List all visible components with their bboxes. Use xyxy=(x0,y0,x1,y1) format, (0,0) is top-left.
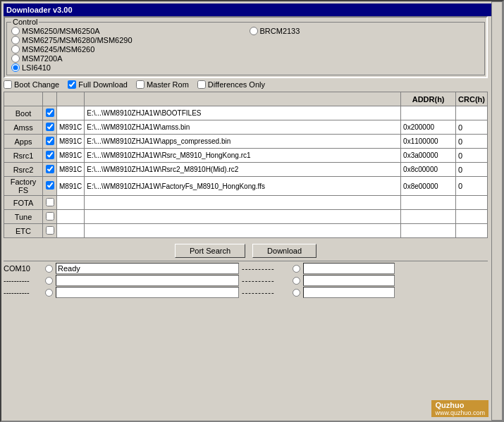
row-addr-1[interactable]: 0x200000 xyxy=(401,120,456,135)
row-crc-2[interactable]: 0 xyxy=(456,135,488,149)
table-row: Tune xyxy=(4,210,488,224)
status-radio2-0[interactable] xyxy=(293,265,300,273)
row-crc-5[interactable]: 0 xyxy=(456,177,488,196)
row-small-0 xyxy=(57,106,85,120)
row-crc-1[interactable]: 0 xyxy=(456,120,488,135)
row-addr-7[interactable] xyxy=(401,210,456,224)
row-label-7: Tune xyxy=(4,210,43,224)
table-row: FOTA xyxy=(4,196,488,210)
master-rom-checkbox[interactable]: Master Rom xyxy=(136,80,189,89)
watermark-line1: Quzhuo xyxy=(435,401,485,409)
watermark: Quzhuo www.quzhuo.com xyxy=(431,400,488,417)
row-path-1[interactable]: E:\...\WM8910ZHJA1W\amss.bin xyxy=(85,120,401,135)
row-path-8[interactable] xyxy=(85,224,401,238)
col-path xyxy=(85,92,401,106)
row-addr-6[interactable] xyxy=(401,196,456,210)
row-path-5[interactable]: E:\...\WM8910ZHJA1W\FactoryFs_M8910_Hong… xyxy=(85,177,401,196)
row-small-5: M891C xyxy=(57,177,85,196)
row-check-2[interactable] xyxy=(43,135,57,149)
row-crc-3[interactable]: 0 xyxy=(456,149,488,163)
buttons-row: Port Search Download xyxy=(4,241,488,261)
status-text-0[interactable] xyxy=(56,263,239,274)
status-row-0: COM10 ---------- xyxy=(4,263,488,274)
checkboxes-row: Boot Change Full Download Master Rom Dif… xyxy=(4,80,488,89)
col-check xyxy=(43,92,57,106)
table-row: Apps M891C E:\...\WM8910ZHJA1W\apps_comp… xyxy=(4,135,488,149)
row-crc-7[interactable] xyxy=(456,210,488,224)
status-text2-0[interactable] xyxy=(303,263,395,274)
status-radio2-1[interactable] xyxy=(293,277,300,285)
table-row: Rsrc1 M891C E:\...\WM8910ZHJA1W\Rsrc_M89… xyxy=(4,149,488,163)
row-addr-4[interactable]: 0x8c00000 xyxy=(401,163,456,177)
row-path-3[interactable]: E:\...\WM8910ZHJA1W\Rsrc_M8910_HongKong.… xyxy=(85,149,401,163)
row-path-4[interactable]: E:\...\WM8910ZHJA1W\Rsrc2_M8910H(Mid).rc… xyxy=(85,163,401,177)
status-radio-2[interactable] xyxy=(45,289,53,297)
status-label-2: ---------- xyxy=(4,288,42,297)
download-button[interactable]: Download xyxy=(252,244,316,258)
col-crc: CRC(h) xyxy=(456,92,488,106)
col-label xyxy=(4,92,43,106)
table-row: Rsrc2 M891C E:\...\WM8910ZHJA1W\Rsrc2_M8… xyxy=(4,163,488,177)
row-addr-5[interactable]: 0x8e00000 xyxy=(401,177,456,196)
radio-msm6275[interactable]: MSM6275/MSM6280/MSM6290 xyxy=(11,36,242,44)
row-path-2[interactable]: E:\...\WM8910ZHJA1W\apps_compressed.bin xyxy=(85,135,401,149)
row-crc-8[interactable] xyxy=(456,224,488,238)
status-label-1: ---------- xyxy=(4,276,42,285)
row-path-0[interactable]: E:\...\WM8910ZHJA1W\BOOTFILES xyxy=(85,106,401,120)
row-path-6[interactable] xyxy=(85,196,401,210)
row-path-7[interactable] xyxy=(85,210,401,224)
row-check-3[interactable] xyxy=(43,149,57,163)
radio-msm7200a[interactable]: MSM7200A xyxy=(11,54,242,63)
row-small-4: M891C xyxy=(57,163,85,177)
scrollbar[interactable] xyxy=(491,1,503,421)
row-small-2: M891C xyxy=(57,135,85,149)
status-text2-1[interactable] xyxy=(303,275,395,286)
row-label-1: Amss xyxy=(4,120,43,135)
row-label-0: Boot xyxy=(4,106,43,120)
row-small-8 xyxy=(57,224,85,238)
status-text-1[interactable] xyxy=(56,275,239,286)
row-small-7 xyxy=(57,210,85,224)
status-section: COM10 ---------- ---------- ---------- -… xyxy=(4,261,488,300)
status-label-0: COM10 xyxy=(4,264,42,273)
row-addr-2[interactable]: 0x1100000 xyxy=(401,135,456,149)
row-crc-6[interactable] xyxy=(456,196,488,210)
row-addr-0[interactable] xyxy=(401,106,456,120)
row-label-8: ETC xyxy=(4,224,43,238)
full-download-checkbox[interactable]: Full Download xyxy=(68,80,128,89)
row-check-0[interactable] xyxy=(43,106,57,120)
row-label-4: Rsrc2 xyxy=(4,163,43,177)
radio-msm6250[interactable]: MSM6250/MSM6250A xyxy=(11,27,242,35)
port-search-button[interactable]: Port Search xyxy=(175,244,245,258)
table-row: Boot E:\...\WM8910ZHJA1W\BOOTFILES xyxy=(4,106,488,120)
radio-brcm2133[interactable]: BRCM2133 xyxy=(250,27,481,35)
row-check-6[interactable] xyxy=(43,196,57,210)
status-radio-0[interactable] xyxy=(45,265,53,273)
differences-only-checkbox[interactable]: Differences Only xyxy=(197,80,265,89)
row-small-3: M891C xyxy=(57,149,85,163)
boot-change-checkbox[interactable]: Boot Change xyxy=(4,80,59,89)
row-addr-3[interactable]: 0x3a00000 xyxy=(401,149,456,163)
row-check-7[interactable] xyxy=(43,210,57,224)
row-check-8[interactable] xyxy=(43,224,57,238)
row-addr-8[interactable] xyxy=(401,224,456,238)
status-text2-2[interactable] xyxy=(303,287,395,298)
control-group: Control MSM6250/MSM6250A BRCM2133 MSM627… xyxy=(4,16,488,78)
row-crc-4[interactable]: 0 xyxy=(456,163,488,177)
row-check-4[interactable] xyxy=(43,163,57,177)
radio-msm6245[interactable]: MSM6245/MSM6260 xyxy=(11,45,242,54)
table-row: Amss M891C E:\...\WM8910ZHJA1W\amss.bin … xyxy=(4,120,488,135)
control-group-label: Control xyxy=(11,18,39,26)
status-row-1: ---------- ---------- xyxy=(4,275,488,286)
row-check-1[interactable] xyxy=(43,120,57,135)
status-text-2[interactable] xyxy=(56,287,239,298)
row-label-2: Apps xyxy=(4,135,43,149)
row-small-1: M891C xyxy=(57,120,85,135)
radio-lsi6410[interactable]: LSI6410 xyxy=(11,63,242,72)
status-label2-2: ---------- xyxy=(242,288,290,297)
status-radio2-2[interactable] xyxy=(293,289,300,297)
row-check-5[interactable] xyxy=(43,177,57,196)
row-crc-0[interactable] xyxy=(456,106,488,120)
title-bar-text: Downloader v3.00 xyxy=(6,6,73,14)
status-radio-1[interactable] xyxy=(45,277,53,285)
